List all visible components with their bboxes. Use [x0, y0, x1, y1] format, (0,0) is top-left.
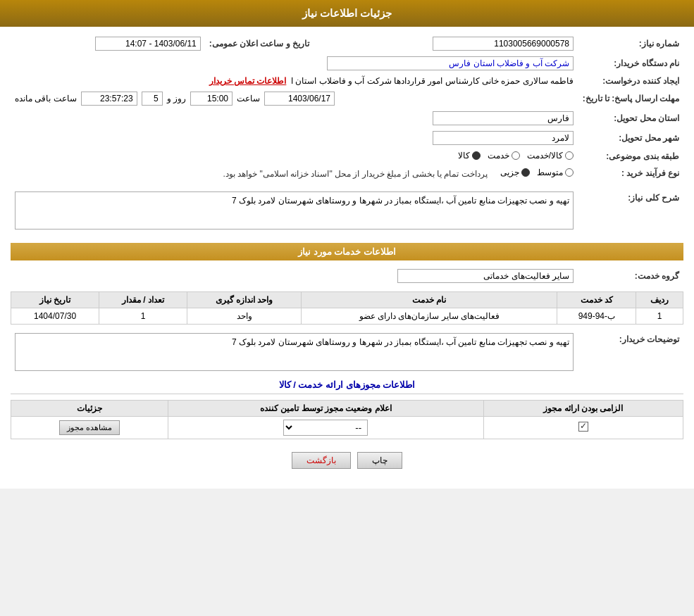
- category-label-khedmat: خدمت: [488, 151, 509, 161]
- col-quantity: تعداد / مقدار: [99, 292, 187, 308]
- print-button[interactable]: چاپ: [357, 452, 402, 469]
- license-table-row: -- مشاهده مجوز: [11, 417, 683, 439]
- view-license-button[interactable]: مشاهده مجوز: [59, 420, 120, 435]
- col-service-code: کد خدمت: [557, 292, 636, 308]
- response-date-input: 1403/06/17: [264, 92, 335, 106]
- buyer-notes-value: تهیه و نصب تجهیزات منابع تامین آب ،ایستگ…: [11, 330, 578, 376]
- purchase-type-label-jozi: جزیی: [500, 168, 519, 177]
- category-radio-khedmat: [512, 151, 520, 160]
- cell-license-required: [483, 417, 683, 439]
- col-unit: واحد اندازه گیری: [187, 292, 302, 308]
- delivery-city-label: شهر محل تحویل:: [578, 128, 683, 148]
- response-time-input: 15:00: [190, 92, 233, 106]
- announce-datetime-label: تاریخ و ساعت اعلان عمومی:: [205, 34, 323, 54]
- purchase-type-label: نوع فرآیند خرید :: [578, 165, 683, 182]
- category-option-kala-khedmat[interactable]: کالا/خدمت: [527, 151, 574, 161]
- service-group-row: گروه خدمت: سایر فعالیت‌های خدماتی: [11, 266, 683, 286]
- response-days-input: 5: [142, 92, 163, 106]
- license-required-checkbox[interactable]: [578, 422, 588, 432]
- col-date: تاریخ نیاز: [11, 292, 99, 308]
- cell-service-name: فعالیت‌های سایر سازمان‌های دارای عضو: [302, 308, 557, 325]
- category-radio-kala-khedmat: [565, 151, 574, 160]
- row-purchase-type: نوع فرآیند خرید : متوسط جزیی: [11, 165, 683, 182]
- response-time-label: ساعت: [237, 94, 260, 103]
- purchase-type-radio-jozi: [521, 168, 530, 177]
- delivery-city-value: لامرد: [11, 128, 578, 148]
- creator-value: فاطمه سالاری حمزه خانی کارشناس امور قرار…: [11, 73, 578, 89]
- row-category: طبقه بندی موضوعی: کالا/خدمت خدمت: [11, 148, 683, 165]
- response-deadline-value: 1403/06/17 ساعت 15:00 روز و 5 23:57:23 س…: [11, 89, 578, 108]
- announce-datetime-input: 1403/06/11 - 14:07: [95, 37, 201, 51]
- purchase-type-option-jozi[interactable]: جزیی: [500, 168, 530, 177]
- buyer-notes-label: توضیحات خریدار:: [578, 330, 683, 376]
- buyer-name-label: نام دستگاه خریدار:: [578, 54, 683, 73]
- col-license-status: اعلام وضعیت مجوز توسط تامین کننده: [168, 401, 483, 417]
- purchase-type-option-motavasset[interactable]: متوسط: [537, 168, 574, 177]
- general-desc-textarea[interactable]: تهیه و نصب تجهیزات منابع تامین آب ،ایستگ…: [15, 191, 574, 230]
- cell-license-status: --: [168, 417, 483, 439]
- bottom-buttons: چاپ بازگشت: [11, 439, 683, 482]
- col-service-name: نام خدمت: [302, 292, 557, 308]
- table-row: 1 ب-94-949 فعالیت‌های سایر سازمان‌های دا…: [11, 308, 683, 325]
- service-group-input: سایر فعالیت‌های خدماتی: [397, 269, 574, 283]
- category-label-kala: کالا: [458, 151, 470, 161]
- delivery-province-label: استان محل تحویل:: [578, 108, 683, 128]
- main-content: شماره نیاز: 1103005669000578 تاریخ و ساع…: [0, 27, 694, 489]
- purchase-type-value: متوسط جزیی پرداخت تمام یا بخشی از مبلغ خ…: [11, 165, 578, 182]
- purchase-type-note: پرداخت تمام یا بخشی از مبلغ خریدار از مح…: [223, 169, 487, 179]
- category-option-kala[interactable]: کالا: [458, 151, 481, 161]
- row-buyer-name: نام دستگاه خریدار: شرکت آب و فاضلاب استا…: [11, 54, 683, 73]
- purchase-type-label-motavasset: متوسط: [537, 168, 563, 177]
- need-number-input: 1103005669000578: [433, 37, 574, 51]
- row-creator: ایجاد کننده درخواست: فاطمه سالاری حمزه خ…: [11, 73, 683, 89]
- purchase-type-radio-group: متوسط جزیی: [500, 168, 574, 177]
- page-title: جزئیات اطلاعات نیاز: [302, 7, 392, 19]
- need-number-value: 1103005669000578: [323, 34, 578, 54]
- category-label: طبقه بندی موضوعی:: [578, 148, 683, 165]
- services-section-title: اطلاعات خدمات مورد نیاز: [11, 243, 683, 260]
- creator-contact-link[interactable]: اطلاعات تماس خریدار: [209, 76, 287, 86]
- row-response-deadline: مهلت ارسال پاسخ: تا تاریخ: 1403/06/17 سا…: [11, 89, 683, 108]
- category-value: کالا/خدمت خدمت کالا: [11, 148, 578, 165]
- response-day-label: روز و: [167, 94, 186, 103]
- row-need-number: شماره نیاز: 1103005669000578 تاریخ و ساع…: [11, 34, 683, 54]
- cell-service-code: ب-94-949: [557, 308, 636, 325]
- category-option-khedmat[interactable]: خدمت: [488, 151, 520, 161]
- general-desc-table: شرح کلی نیاز: تهیه و نصب تجهیزات منابع ت…: [11, 189, 683, 234]
- general-desc-section: شرح کلی نیاز: تهیه و نصب تجهیزات منابع ت…: [11, 189, 683, 234]
- cell-unit: واحد: [187, 308, 302, 325]
- response-remaining-input: 23:57:23: [81, 92, 137, 106]
- services-table: ردیف کد خدمت نام خدمت واحد اندازه گیری ت…: [11, 291, 683, 325]
- delivery-city-input: لامرد: [433, 131, 574, 145]
- delivery-province-input: فارس: [433, 111, 574, 125]
- page-header: جزئیات اطلاعات نیاز: [0, 0, 694, 27]
- cell-license-details: مشاهده مجوز: [11, 417, 168, 439]
- licenses-table-header-row: الزامی بودن ارائه مجوز اعلام وضعیت مجوز …: [11, 401, 683, 417]
- buyer-name-input: شرکت آب و فاضلاب استان فارس: [327, 56, 574, 70]
- buyer-notes-textarea[interactable]: تهیه و نصب تجهیزات منابع تامین آب ،ایستگ…: [15, 333, 574, 371]
- response-deadline-label: مهلت ارسال پاسخ: تا تاریخ:: [578, 89, 683, 108]
- delivery-province-value: فارس: [11, 108, 578, 128]
- licenses-section-title: اطلاعات مجوزهای ارائه خدمت / کالا: [11, 376, 683, 394]
- general-desc-row: شرح کلی نیاز: تهیه و نصب تجهیزات منابع ت…: [11, 189, 683, 234]
- service-group-value: سایر فعالیت‌های خدماتی: [11, 266, 578, 286]
- col-row-num: ردیف: [636, 292, 683, 308]
- creator-text: فاطمه سالاری حمزه خانی کارشناس امور قرار…: [291, 76, 574, 86]
- main-info-table: شماره نیاز: 1103005669000578 تاریخ و ساع…: [11, 34, 683, 182]
- col-license-details: جزئیات: [11, 401, 168, 417]
- general-desc-label: شرح کلی نیاز:: [578, 189, 683, 234]
- license-status-select[interactable]: --: [283, 420, 368, 436]
- cell-date: 1404/07/30: [11, 308, 99, 325]
- creator-label: ایجاد کننده درخواست:: [578, 73, 683, 89]
- need-number-label: شماره نیاز:: [578, 34, 683, 54]
- buyer-notes-table: توضیحات خریدار: تهیه و نصب تجهیزات منابع…: [11, 330, 683, 376]
- services-table-header-row: ردیف کد خدمت نام خدمت واحد اندازه گیری ت…: [11, 292, 683, 308]
- licenses-table: الزامی بودن ارائه مجوز اعلام وضعیت مجوز …: [11, 400, 683, 439]
- general-desc-value: تهیه و نصب تجهیزات منابع تامین آب ،ایستگ…: [11, 189, 578, 234]
- buyer-notes-row: توضیحات خریدار: تهیه و نصب تجهیزات منابع…: [11, 330, 683, 376]
- category-label-kala-khedmat: کالا/خدمت: [527, 151, 563, 161]
- row-delivery-province: استان محل تحویل: فارس: [11, 108, 683, 128]
- back-button[interactable]: بازگشت: [292, 452, 351, 469]
- col-license-required: الزامی بودن ارائه مجوز: [483, 401, 683, 417]
- cell-row-num: 1: [636, 308, 683, 325]
